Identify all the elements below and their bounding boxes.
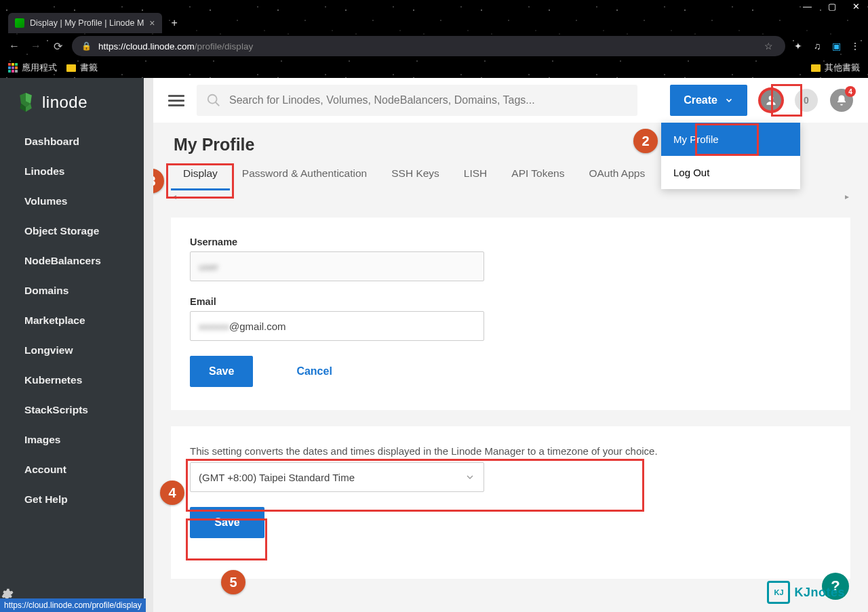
sidebar-item-volumes[interactable]: Volumes [0, 186, 144, 216]
create-button[interactable]: Create [670, 85, 747, 116]
main-content: Create 0 4 My Profile Log Out My Profile [153, 78, 868, 612]
sidebar-scrollbar[interactable] [144, 78, 153, 612]
callout-2: 2 [633, 129, 658, 153]
url-path: /profile/display [195, 41, 253, 52]
svg-point-4 [208, 95, 217, 104]
sidebar: linode Dashboard Linodes Volumes Object … [0, 78, 144, 612]
browser-tab-active[interactable]: Display | My Profile | Linode M × [8, 13, 162, 33]
svg-point-6 [769, 96, 774, 100]
callout-5: 5 [221, 570, 245, 594]
timezone-value: (GMT +8:00) Taipei Standard Time [199, 472, 355, 483]
save-profile-button[interactable]: Save [190, 356, 253, 387]
timezone-card: This setting converts the dates and time… [171, 426, 850, 579]
timezone-select[interactable]: (GMT +8:00) Taipei Standard Time [190, 462, 484, 492]
email-field[interactable]: xxxxxx@gmail.com [190, 311, 484, 341]
brand-text: linode [42, 93, 87, 112]
create-label: Create [684, 94, 717, 106]
sidebar-item-marketplace[interactable]: Marketplace [0, 306, 144, 335]
browser-chrome: — ▢ ✕ Display | My Profile | Linode M × … [0, 0, 868, 78]
events-count-badge[interactable]: 0 [795, 89, 818, 112]
brand-logo[interactable]: linode [0, 78, 144, 127]
new-tab-button[interactable]: + [172, 17, 178, 29]
bookmark-other[interactable]: 其他書籤 [811, 62, 860, 74]
folder-icon [66, 64, 76, 72]
apps-grid-icon [8, 63, 18, 73]
address-bar[interactable]: 🔒 https://cloud.linode.com/profile/displ… [72, 36, 785, 56]
sidebar-item-account[interactable]: Account [0, 455, 144, 485]
watermark-icon: KJ [767, 581, 790, 604]
browser-tabs: Display | My Profile | Linode M × + [0, 12, 868, 34]
search-icon [206, 93, 221, 108]
user-avatar-button[interactable] [760, 89, 783, 112]
email-label: Email [190, 296, 831, 307]
username-field[interactable]: user [190, 251, 484, 281]
extensions-icon[interactable]: ✦ [792, 40, 804, 52]
user-menu-dropdown: My Profile Log Out [661, 123, 800, 189]
sidebar-item-object-storage[interactable]: Object Storage [0, 216, 144, 246]
linode-logo-icon [16, 93, 35, 112]
notifications-button[interactable]: 4 [830, 89, 853, 112]
menu-toggle-button[interactable] [168, 95, 184, 106]
timezone-help-text: This setting converts the dates and time… [190, 445, 831, 457]
tab-scroll-indicator: ◂▸ [171, 192, 850, 201]
user-icon [764, 94, 778, 107]
back-icon[interactable]: ← [7, 40, 22, 52]
notification-badge: 4 [845, 86, 856, 97]
watermark-text: KJnotes [794, 586, 845, 600]
menu-item-my-profile[interactable]: My Profile [661, 123, 800, 156]
media-icon[interactable]: ♫ [811, 40, 823, 52]
bookmark-label: 其他書籤 [825, 62, 860, 74]
profile-card: Username user Email xxxxxx@gmail.com Sav… [171, 218, 850, 410]
reload-icon[interactable]: ⟳ [50, 40, 65, 53]
app-root: linode Dashboard Linodes Volumes Object … [0, 78, 868, 612]
forward-icon: → [28, 40, 43, 52]
tab-title: Display | My Profile | Linode M [30, 18, 144, 28]
minimize-icon[interactable]: — [803, 1, 812, 12]
bookmark-label: 書籤 [80, 62, 98, 74]
bookmarks-bar: 應用程式 書籤 其他書籤 [0, 58, 868, 77]
chevron-down-icon [465, 472, 475, 483]
close-icon[interactable]: ✕ [852, 1, 860, 12]
bookmark-folder[interactable]: 書籤 [66, 62, 98, 74]
tab-oauth-apps[interactable]: OAuth Apps [576, 159, 657, 190]
bell-icon [835, 94, 848, 106]
menu-item-logout[interactable]: Log Out [661, 156, 800, 189]
tab-lish[interactable]: LISH [452, 159, 499, 190]
sidebar-item-nodebalancers[interactable]: NodeBalancers [0, 246, 144, 276]
sidebar-item-kubernetes[interactable]: Kubernetes [0, 365, 144, 395]
bookmark-apps[interactable]: 應用程式 [8, 62, 57, 74]
bookmark-label: 應用程式 [22, 62, 57, 74]
sidebar-item-linodes[interactable]: Linodes [0, 157, 144, 186]
lock-icon: 🔒 [81, 41, 92, 51]
sidebar-item-images[interactable]: Images [0, 425, 144, 455]
tab-ssh-keys[interactable]: SSH Keys [379, 159, 452, 190]
sidebar-item-get-help[interactable]: Get Help [0, 485, 144, 514]
tab-display[interactable]: Display [171, 159, 230, 190]
svg-line-5 [216, 102, 220, 106]
callout-4: 4 [160, 481, 184, 505]
page-content: My Profile Display Password & Authentica… [153, 123, 868, 591]
sidebar-item-domains[interactable]: Domains [0, 276, 144, 306]
search-input[interactable] [229, 94, 628, 106]
menu-dots-icon[interactable]: ⋮ [849, 40, 861, 52]
sidebar-item-longview[interactable]: Longview [0, 335, 144, 365]
save-timezone-button[interactable]: Save [190, 507, 264, 538]
ext-square-icon[interactable]: ▣ [830, 40, 842, 52]
search-box[interactable] [197, 85, 637, 116]
chevron-down-icon [724, 96, 734, 105]
status-bar-url: https://cloud.linode.com/profile/display [0, 598, 146, 612]
cancel-button[interactable]: Cancel [277, 356, 351, 387]
window-controls: — ▢ ✕ [0, 0, 868, 12]
tab-api-tokens[interactable]: API Tokens [499, 159, 576, 190]
username-label: Username [190, 237, 831, 247]
url-host: https://cloud.linode.com [98, 41, 195, 52]
bookmark-star-icon[interactable]: ☆ [764, 41, 773, 52]
folder-icon [811, 64, 821, 72]
tab-close-icon[interactable]: × [149, 18, 155, 28]
sidebar-item-stackscripts[interactable]: StackScripts [0, 395, 144, 425]
watermark: KJ KJnotes [767, 581, 845, 604]
tab-password[interactable]: Password & Authentication [230, 159, 379, 190]
top-bar: Create 0 4 [153, 78, 868, 123]
maximize-icon[interactable]: ▢ [828, 1, 836, 12]
sidebar-item-dashboard[interactable]: Dashboard [0, 127, 144, 157]
